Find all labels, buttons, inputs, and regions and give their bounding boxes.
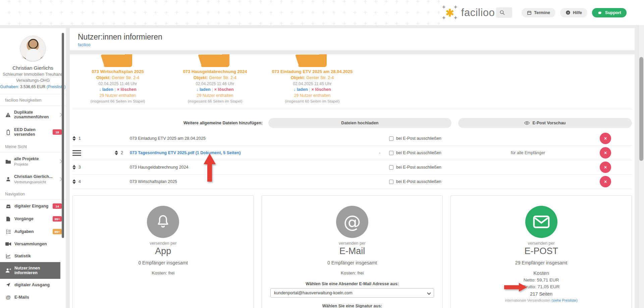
exclude-epost-checkbox[interactable]	[389, 180, 393, 184]
user-avatar[interactable]	[20, 36, 46, 62]
sender-email-select[interactable]: kundenportal@hausverwaltung-koeln.com	[270, 288, 434, 298]
remove-row-button[interactable]: ×	[600, 176, 611, 187]
page-scrollbar[interactable]	[638, 25, 644, 308]
drag-handle-icon[interactable]	[72, 150, 81, 156]
delete-x-icon: ×	[312, 87, 314, 92]
user-name: Christian Gierlichs	[0, 65, 66, 71]
page-scrollbar-thumb[interactable]	[639, 57, 643, 161]
search-icon	[499, 10, 505, 15]
stack-title[interactable]: 073 Hausgeldabrechnung 2024	[173, 69, 257, 74]
warning-icon	[5, 112, 11, 117]
channel-name: E-Mail	[262, 246, 443, 256]
folder-card: 073 Einladung ETV 2025 am 28.04.2025 Obj…	[270, 54, 354, 103]
close-icon: ×	[604, 179, 607, 184]
inbox-icon	[5, 204, 11, 208]
folder-card: 073 Hausgeldabrechnung 2024 Objekt: Gent…	[173, 54, 257, 103]
person-plus-icon	[5, 268, 11, 273]
stack-seiten: (insgesamt 66 Seiten im Stapel)	[173, 99, 257, 103]
recipients-note: für alle Empfänger	[464, 150, 592, 155]
exclude-label: bei E-Post ausschließen	[396, 150, 441, 155]
sidebar-item-alle-projekte[interactable]: alle Projekte Projekte	[0, 152, 66, 170]
section-facilioo-neuigkeiten: facilioo Neuigkeiten	[0, 94, 66, 106]
dateien-hochladen-button[interactable]: Dateien hochladen	[268, 118, 451, 128]
app-send-card: versenden per App 0 Empfänger insgesamt …	[72, 195, 254, 308]
download-link[interactable]: ↓ laden	[293, 87, 308, 92]
stack-nutzer: 29 Nutzer enthalten	[173, 93, 257, 98]
sidebar-item-vertretungsansicht[interactable]: Christian Gierlich... Vertretungsansicht	[0, 170, 66, 188]
stack-seiten: (insgesamt 60 Seiten im Stapel)	[270, 99, 354, 103]
facilioo-logo[interactable]: + + + + ✱ facilioo	[443, 5, 495, 20]
email-send-card: @ versenden per E-Mail 0 Empfänger insge…	[262, 195, 443, 308]
sidebar-item-eed-daten[interactable]: EED Daten versenden 18	[0, 123, 66, 141]
sidebar-scrollbar[interactable]	[62, 33, 64, 238]
stack-objekt: Objekt: Genter Str. 2-4	[76, 75, 160, 80]
upload-label: Weitere allgemeine Dateien hinzufügen:	[183, 121, 263, 125]
remove-row-button[interactable]: ×	[600, 147, 611, 159]
hilfe-button[interactable]: ? Hilfe	[560, 8, 587, 17]
sidebar-item-nutzer-informieren[interactable]: Nutzer:innen informieren	[0, 262, 60, 279]
aufgaben-badge: 99+	[53, 229, 62, 234]
user-company-line2: Verwaltungs-OHG	[0, 78, 66, 83]
dash: -	[376, 150, 384, 155]
sidebar-item-versammlungen[interactable]: Versammlungen	[0, 238, 66, 250]
breadcrumb[interactable]: facilioo	[78, 43, 90, 47]
exclude-label: bei E-Post ausschließen	[396, 136, 441, 141]
sidebar-item-emails[interactable]: @ E-Mails	[0, 291, 66, 303]
row-number: 4	[78, 179, 81, 184]
remove-row-button[interactable]: ×	[600, 133, 611, 144]
sort-handle-icon[interactable]	[72, 165, 76, 170]
sidebar-item-statistik[interactable]: Statistik	[0, 250, 66, 262]
video-camera-icon	[5, 242, 11, 246]
download-link[interactable]: ↓ laden	[196, 87, 210, 92]
delete-link[interactable]: × löschen	[214, 87, 234, 92]
exclude-epost-checkbox[interactable]	[389, 136, 393, 141]
support-hands-icon	[597, 10, 603, 15]
content-panel: 073 Wirtschaftsplan 2025 Objekt: Genter …	[70, 54, 635, 308]
logo-text: facilioo	[461, 7, 495, 19]
stack-title[interactable]: 073 Einladung ETV 2025 am 28.04.2025	[270, 69, 354, 74]
eye-icon	[524, 121, 530, 125]
delete-link[interactable]: × löschen	[312, 87, 331, 92]
sidebar-item-duplikate[interactable]: Duplikate zusammenführen	[0, 106, 66, 123]
exclude-epost-checkbox[interactable]	[389, 165, 393, 170]
stack-actions: ↓ laden|× löschen	[270, 87, 354, 92]
seiten-count: 217 Seiten	[451, 291, 632, 297]
stack-title[interactable]: 073 Wirtschaftsplan 2025	[76, 69, 160, 74]
file-name: 073 Hausgeldabrechnung 2024	[130, 165, 376, 170]
netto-line: Netto: 59,71 EUR	[451, 278, 632, 283]
stack-objekt: Objekt: Genter Str. 2-4	[270, 75, 354, 80]
remove-row-button[interactable]: ×	[600, 162, 611, 173]
intl-versandkosten-note: internationale Versandkosten (siehe Prei…	[451, 298, 632, 302]
sidebar-item-digitaler-ausgang[interactable]: digitaler Ausgang	[0, 279, 66, 291]
sidebar-item-vorgaenge[interactable]: Vorgänge 99+	[0, 212, 66, 225]
exclude-epost-checkbox[interactable]	[389, 151, 393, 155]
epost-send-card: versenden per E-POST 29 Empfänger insges…	[450, 195, 632, 308]
delete-link[interactable]: × löschen	[117, 87, 137, 92]
help-icon: ?	[566, 10, 571, 15]
preisliste-link[interactable]: (siehe Preisliste)	[551, 298, 578, 302]
exclude-label: bei E-Post ausschließen	[396, 179, 441, 184]
eed-badge: 18	[53, 129, 62, 135]
channel-name: App	[73, 246, 254, 256]
sort-handle-icon[interactable]	[115, 150, 118, 155]
stack-seiten: (insgesamt 66 Seiten im Stapel)	[76, 99, 160, 103]
epost-vorschau-button[interactable]: E-Post Vorschau	[458, 118, 632, 128]
chart-icon	[5, 254, 11, 258]
chevron-down-icon	[427, 291, 431, 295]
page-header: Nutzer:innen informieren facilioo	[70, 28, 635, 50]
plus-pattern-decoration: ++++++++++++++++++++++++++++++++++++++++…	[7, 0, 443, 29]
stack-nutzer: 29 Nutzer enthalten	[270, 93, 354, 98]
download-link[interactable]: ↓ laden	[99, 87, 113, 92]
termine-button[interactable]: Termine	[522, 8, 555, 17]
sidebar-item-digitaler-eingang[interactable]: digitaler Eingang 14	[0, 200, 66, 212]
guthaben-label: Guthaben:	[0, 84, 19, 89]
support-button[interactable]: Support	[592, 8, 627, 17]
sort-handle-icon[interactable]	[72, 136, 76, 141]
brutto-line: Brutto: 71,05 EUR	[451, 284, 632, 289]
sort-handle-icon[interactable]	[72, 179, 76, 184]
file-name-link[interactable]: 073 Tagesordnung ETV 2025.pdf (1 Dokumen…	[130, 150, 376, 155]
sidebar-item-aufgaben[interactable]: Aufgaben 99+	[0, 225, 66, 238]
row-number: 2	[121, 150, 123, 155]
bell-icon	[147, 206, 179, 238]
global-search	[496, 7, 512, 18]
